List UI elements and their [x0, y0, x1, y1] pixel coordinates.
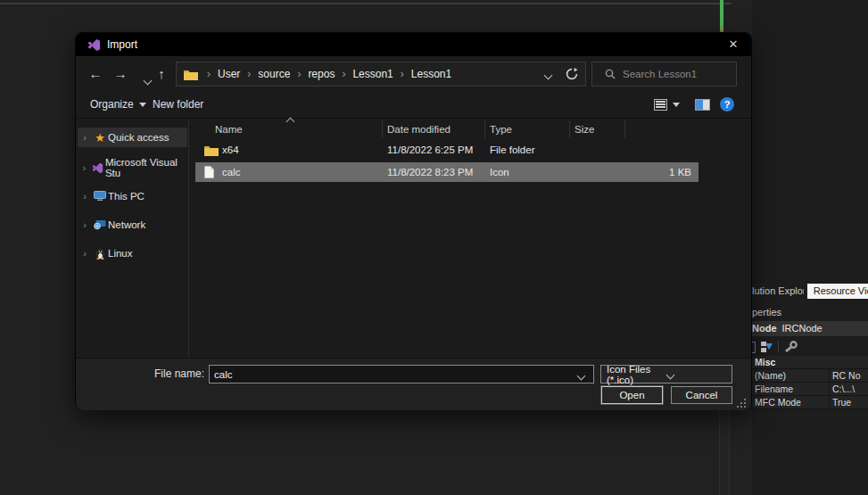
property-value: True — [830, 396, 868, 408]
editor-scrollbar-track[interactable] — [719, 410, 730, 495]
view-mode-button[interactable] — [654, 92, 680, 117]
file-icon — [204, 166, 214, 178]
sidebar-item-label: This PC — [108, 191, 145, 202]
preview-pane-button[interactable] — [695, 92, 710, 117]
background-panel-edge — [0, 3, 732, 4]
network-icon — [94, 219, 106, 230]
file-name-input[interactable] — [210, 369, 578, 380]
dialog-titlebar[interactable]: Import ✕ — [76, 33, 751, 56]
file-name-field[interactable] — [209, 365, 594, 384]
new-folder-button[interactable]: New folder — [153, 92, 203, 117]
breadcrumb-sep-icon: › — [395, 68, 409, 80]
dialog-footer: File name: Icon Files (*.ico) Open Cance… — [76, 358, 751, 410]
property-row-mfc-mode[interactable]: MFC Mode True — [752, 396, 868, 409]
forward-button[interactable]: → — [110, 63, 131, 85]
screen: lution Explorer Resource View perties No… — [0, 0, 868, 495]
breadcrumb-segment[interactable]: source — [256, 68, 292, 80]
properties-panel-title: perties — [752, 305, 868, 320]
file-row-calc-selected[interactable]: calc 11/8/2022 8:23 PM Icon 1 KB — [195, 162, 699, 182]
column-header-type[interactable]: Type — [486, 120, 570, 138]
address-dropdown-icon[interactable] — [545, 66, 551, 82]
chevron-down-icon — [662, 369, 723, 380]
property-label: MFC Mode — [752, 396, 830, 408]
breadcrumb-segment[interactable]: Lesson1 — [351, 68, 394, 80]
monitor-icon — [94, 191, 106, 202]
sidebar-item-this-pc[interactable]: › This PC — [78, 186, 187, 206]
sidebar-item-network[interactable]: › Network — [78, 215, 187, 235]
sidebar-item-label: Microsoft Visual Stu — [105, 157, 187, 178]
help-button[interactable]: ? — [720, 92, 734, 117]
sort-alphabetical-icon[interactable] — [761, 342, 773, 353]
organize-label: Organize — [90, 98, 134, 111]
property-label: Filename — [752, 383, 830, 395]
breadcrumb[interactable]: › User › source › repos › Lesson1 › Less… — [176, 62, 586, 87]
penguin-icon — [95, 248, 105, 260]
open-button[interactable]: Open — [601, 386, 663, 404]
sidebar-item-label: Network — [108, 219, 145, 230]
visual-studio-icon — [92, 162, 103, 174]
expand-chevron-icon[interactable]: › — [78, 191, 92, 202]
properties-object-name: IRCNode — [782, 323, 823, 334]
cancel-button[interactable]: Cancel — [671, 386, 732, 404]
sidebar-item-quick-access[interactable]: › ★ Quick access — [78, 128, 187, 147]
properties-object-row[interactable]: NodeIRCNode — [752, 321, 868, 336]
details-view-icon — [654, 99, 667, 111]
file-type: File folder — [490, 140, 570, 160]
search-input[interactable] — [623, 69, 730, 79]
file-type-value: Icon Files (*.ico) — [601, 364, 662, 385]
import-dialog: Import ✕ ← → ↑ › User › source › repos ›… — [75, 32, 752, 410]
file-name-label: File name: — [154, 367, 204, 380]
column-header-name[interactable]: Name — [195, 120, 383, 138]
file-list: Name Date modified Type Size x64 11/8/20… — [195, 119, 753, 358]
property-value: RC No — [830, 369, 868, 382]
chevron-down-icon[interactable] — [578, 367, 584, 383]
file-row-x64[interactable]: x64 11/8/2022 6:25 PM File folder — [195, 140, 745, 160]
breadcrumb-segment[interactable]: repos — [306, 68, 336, 80]
properties-grid: Misc (Name) RC No Filename C:\...\ MFC M… — [752, 356, 868, 409]
property-row-name[interactable]: (Name) RC No — [752, 369, 868, 383]
property-row-filename[interactable]: Filename C:\...\ — [752, 383, 868, 396]
section-label: Misc — [752, 356, 830, 368]
column-header-size[interactable]: Size — [571, 120, 625, 138]
expand-chevron-icon[interactable]: › — [78, 132, 92, 143]
file-date: 11/8/2022 6:25 PM — [387, 140, 485, 160]
dialog-title: Import — [107, 38, 137, 51]
file-name: calc — [222, 162, 381, 182]
expand-chevron-icon[interactable]: › — [78, 248, 92, 259]
file-type-select[interactable]: Icon Files (*.ico) — [600, 365, 732, 384]
folder-icon — [204, 144, 219, 156]
back-button[interactable]: ← — [85, 63, 106, 85]
star-icon: ★ — [95, 131, 105, 144]
organize-button[interactable]: Organize — [90, 92, 146, 117]
breadcrumb-sep-icon: › — [242, 68, 256, 80]
help-icon: ? — [720, 97, 734, 111]
up-button[interactable]: ↑ — [151, 63, 172, 85]
sidebar-item-microsoft-visual-studio[interactable]: › Microsoft Visual Stu — [78, 158, 187, 177]
sidebar-item-linux[interactable]: › Linux — [78, 243, 187, 263]
toolbar-separator — [778, 341, 779, 353]
breadcrumb-sep-icon: › — [202, 68, 216, 80]
refresh-icon[interactable] — [566, 68, 578, 80]
dialog-body: › ★ Quick access › Microsoft Visual Stu — [76, 119, 751, 358]
breadcrumb-segment[interactable]: User — [216, 68, 242, 80]
property-section-row[interactable]: Misc — [752, 356, 868, 369]
sidebar-item-label: Quick access — [108, 132, 169, 143]
expand-chevron-icon[interactable]: › — [78, 219, 92, 230]
file-date: 11/8/2022 8:23 PM — [387, 162, 485, 182]
search-icon — [605, 69, 616, 79]
column-header-date-modified[interactable]: Date modified — [384, 120, 485, 138]
close-icon[interactable]: ✕ — [725, 37, 741, 53]
chevron-down-icon — [139, 103, 146, 107]
search-box[interactable] — [591, 62, 737, 87]
vs-docked-panel: lution Explorer Resource View perties No… — [752, 0, 868, 495]
tab-solution-explorer[interactable]: lution Explorer — [752, 284, 804, 299]
column-headers: Name Date modified Type Size — [195, 120, 753, 138]
property-value: C:\...\ — [830, 383, 868, 395]
resize-grip[interactable] — [737, 399, 746, 408]
command-bar: Organize New folder ? — [76, 92, 751, 119]
wrench-icon[interactable] — [784, 341, 798, 354]
tab-resource-view[interactable]: Resource View — [807, 284, 868, 299]
expand-chevron-icon[interactable]: › — [78, 162, 91, 173]
breadcrumb-segment[interactable]: Lesson1 — [409, 68, 453, 80]
file-size — [571, 140, 618, 160]
